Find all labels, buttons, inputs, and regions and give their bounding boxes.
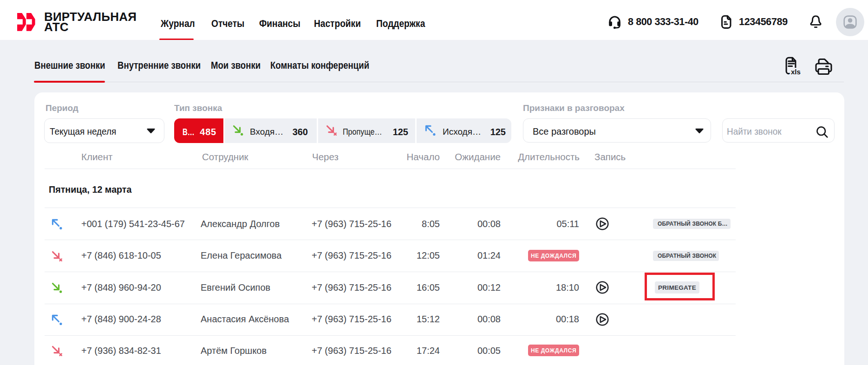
svg-text:xls: xls — [791, 68, 801, 75]
